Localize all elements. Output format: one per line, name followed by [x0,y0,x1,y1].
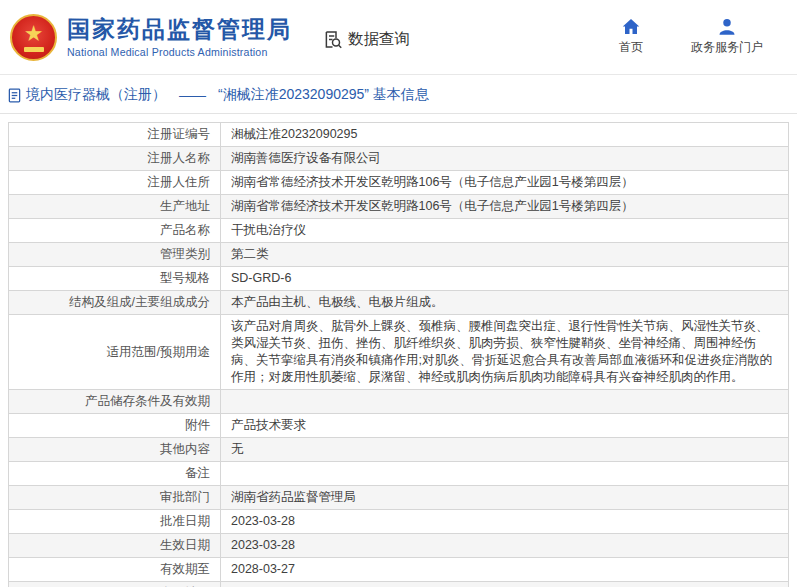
row-label: 型号规格 [9,267,221,291]
table-row: 产品储存条件及有效期 [9,390,789,414]
national-emblem-logo: ★ [10,14,57,61]
emblem-gate-icon [24,47,44,52]
row-value: 该产品对肩周炎、肱骨外上髁炎、颈椎病、腰椎间盘突出症、退行性骨性关节病、风湿性关… [221,315,789,390]
row-label: 结构及组成/主要组成成分 [9,291,221,315]
table-row: 型号规格 SD-GRD-6 [9,267,789,291]
row-label: 生效日期 [9,534,221,558]
row-label: 附件 [9,414,221,438]
row-label: 批准日期 [9,510,221,534]
table-row: 变更情况 [9,582,789,587]
row-value: 湖南省常德经济技术开发区乾明路106号（电子信息产业园1号楼第四层） [221,171,789,195]
breadcrumb-separator: —— [179,87,205,103]
row-value: 湘械注准20232090295 [221,123,789,147]
table-row: 生效日期 2023-03-28 [9,534,789,558]
row-value: 本产品由主机、电极线、电极片组成。 [221,291,789,315]
table-row: 有效期至 2028-03-27 [9,558,789,582]
row-value [221,582,789,587]
row-label: 产品储存条件及有效期 [9,390,221,414]
row-label: 管理类别 [9,243,221,267]
registration-info-table: 注册证编号 湘械注准20232090295 注册人名称 湖南善德医疗设备有限公司… [8,122,789,587]
table-row: 审批部门 湖南省药品监督管理局 [9,486,789,510]
row-value: 第二类 [221,243,789,267]
data-query-label: 数据查询 [348,29,410,50]
row-label: 适用范围/预期用途 [9,315,221,390]
agency-name-en: National Medical Products Administration [67,46,292,58]
row-label: 注册人名称 [9,147,221,171]
row-label: 注册证编号 [9,123,221,147]
row-label: 有效期至 [9,558,221,582]
table-row: 批准日期 2023-03-28 [9,510,789,534]
table-row: 注册证编号 湘械注准20232090295 [9,123,789,147]
table-row: 生产地址 湖南省常德经济技术开发区乾明路106号（电子信息产业园1号楼第四层） [9,195,789,219]
header: ★ 国家药品监督管理局 National Medical Products Ad… [0,0,797,75]
row-label: 生产地址 [9,195,221,219]
breadcrumb-current: “湘械注准20232090295” 基本信息 [218,86,429,104]
nav-home-label: 首页 [619,39,643,56]
table-row: 产品名称 干扰电治疗仪 [9,219,789,243]
row-value [221,390,789,414]
table-row: 其他内容 无 [9,438,789,462]
header-nav: 首页 政务服务门户 [609,18,763,56]
row-value: 2023-03-28 [221,534,789,558]
table-row: 注册人住所 湖南省常德经济技术开发区乾明路106号（电子信息产业园1号楼第四层） [9,171,789,195]
row-value: 干扰电治疗仪 [221,219,789,243]
table-row: 备注 [9,462,789,486]
row-value: 2023-03-28 [221,510,789,534]
row-value: 湖南善德医疗设备有限公司 [221,147,789,171]
table-row: 附件 产品技术要求 [9,414,789,438]
row-value: 2028-03-27 [221,558,789,582]
row-value: SD-GRD-6 [221,267,789,291]
document-icon [8,88,21,103]
data-query-nav[interactable]: 数据查询 [322,29,410,50]
breadcrumb: 境内医疗器械（注册） —— “湘械注准20232090295” 基本信息 [0,75,797,114]
agency-title-block: 国家药品监督管理局 National Medical Products Admi… [67,16,292,57]
emblem-star-icon: ★ [24,23,44,45]
row-label: 备注 [9,462,221,486]
table-row: 结构及组成/主要组成成分 本产品由主机、电极线、电极片组成。 [9,291,789,315]
row-value: 无 [221,438,789,462]
table-row: 管理类别 第二类 [9,243,789,267]
row-value [221,462,789,486]
table-row: 注册人名称 湖南善德医疗设备有限公司 [9,147,789,171]
row-label: 产品名称 [9,219,221,243]
row-label: 注册人住所 [9,171,221,195]
row-value: 产品技术要求 [221,414,789,438]
row-label: 其他内容 [9,438,221,462]
nav-item-services-portal[interactable]: 政务服务门户 [691,18,763,56]
registration-info-table-wrapper: 注册证编号 湘械注准20232090295 注册人名称 湖南善德医疗设备有限公司… [0,114,797,587]
agency-name-zh: 国家药品监督管理局 [67,16,292,42]
nav-item-home[interactable]: 首页 [609,18,653,56]
user-icon [718,18,736,35]
breadcrumb-section: 境内医疗器械（注册） [26,86,166,104]
home-icon [622,18,640,35]
row-value: 湖南省常德经济技术开发区乾明路106号（电子信息产业园1号楼第四层） [221,195,789,219]
table-row: 适用范围/预期用途 该产品对肩周炎、肱骨外上髁炎、颈椎病、腰椎间盘突出症、退行性… [9,315,789,390]
row-label: 审批部门 [9,486,221,510]
row-value: 湖南省药品监督管理局 [221,486,789,510]
document-search-icon [322,29,343,50]
row-label: 变更情况 [9,582,221,587]
nav-portal-label: 政务服务门户 [691,39,763,56]
